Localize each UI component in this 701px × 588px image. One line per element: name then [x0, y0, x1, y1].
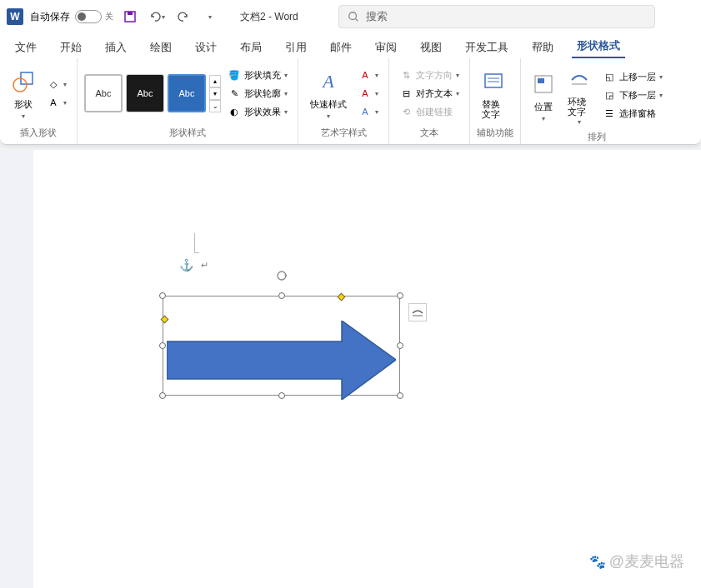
redo-button[interactable]: [173, 7, 193, 27]
title-bar: W 自动保存 关 ▾ ▾ 文档2 - Word 搜索: [0, 0, 701, 33]
outline-icon: ✎: [228, 87, 241, 100]
link-icon: ⟲: [399, 105, 413, 118]
group-arrange: 位置 ▾ 环绕文字 ▾ ◱上移一层▾ ◲下移一层▾ ☰选择窗格 排列: [521, 58, 673, 144]
tab-shape-format[interactable]: 形状格式: [572, 35, 625, 58]
text-outline-icon: A: [358, 87, 372, 100]
tab-view[interactable]: 视图: [415, 37, 447, 58]
align-text-icon: ⊟: [399, 87, 413, 100]
gallery-down[interactable]: ▾: [209, 87, 221, 100]
group-label: 形状样式: [84, 125, 291, 141]
wrap-text-button[interactable]: 环绕文字 ▾: [563, 62, 596, 129]
tab-help[interactable]: 帮助: [527, 37, 558, 58]
undo-button[interactable]: ▾: [147, 7, 167, 27]
resize-handle-w[interactable]: [159, 342, 166, 349]
paw-icon: 🐾: [589, 554, 606, 570]
selection-pane-button[interactable]: ☰选择窗格: [599, 106, 666, 122]
word-app-icon: W: [7, 8, 23, 25]
tab-home[interactable]: 开始: [55, 37, 87, 58]
shapes-icon: [12, 67, 35, 97]
forward-icon: ◱: [603, 71, 616, 84]
layout-options-button[interactable]: [408, 303, 427, 321]
align-text-button[interactable]: ⊟对齐文本▾: [396, 85, 463, 102]
group-shape-styles: Abc Abc Abc ▴ ▾ ⌄ 🪣形状填充▾ ✎形状轮廓▾ ◐形状效果▾ 形…: [78, 58, 298, 144]
position-icon: [533, 69, 554, 99]
create-link-button: ⟲创建链接: [396, 103, 463, 120]
resize-handle-n[interactable]: [278, 292, 285, 299]
alt-text-icon: [483, 67, 504, 97]
document-title: 文档2 - Word: [240, 10, 298, 24]
svg-rect-10: [538, 78, 544, 83]
shape-selection[interactable]: [163, 296, 400, 396]
pane-icon: ☰: [603, 107, 616, 121]
resize-handle-e[interactable]: [397, 342, 403, 349]
bring-forward-button[interactable]: ◱上移一层▾: [599, 69, 666, 86]
svg-point-5: [13, 78, 27, 92]
chevron-down-icon: ▾: [162, 13, 165, 21]
resize-handle-nw[interactable]: [159, 292, 166, 299]
position-label: 位置: [534, 101, 553, 113]
gallery-more[interactable]: ⌄: [209, 100, 221, 112]
qat-customize[interactable]: ▾: [200, 7, 220, 27]
position-button[interactable]: 位置 ▾: [528, 66, 559, 126]
tab-review[interactable]: 审阅: [370, 37, 402, 58]
shape-fill-button[interactable]: 🪣形状填充▾: [224, 67, 291, 83]
group-accessibility: 替换文字 辅助功能: [470, 58, 521, 144]
search-input[interactable]: 搜索: [338, 5, 655, 28]
shape-effects-button[interactable]: ◐形状效果▾: [224, 103, 291, 120]
tab-developer[interactable]: 开发工具: [460, 37, 513, 58]
group-label: 插入形状: [7, 125, 70, 141]
shapes-button[interactable]: 形状 ▾: [7, 63, 40, 123]
layout-options-icon: [411, 306, 424, 318]
textbox-icon: A: [47, 96, 60, 109]
ribbon: 形状 ▾ ◇▾ A▾ 插入形状 Abc Abc Abc ▴ ▾ ⌄: [0, 58, 701, 145]
wordart-icon: A: [323, 67, 333, 97]
svg-rect-6: [485, 74, 502, 87]
text-direction-button[interactable]: ⇅文字方向▾: [396, 67, 463, 83]
text-effects-button[interactable]: A▾: [355, 103, 382, 120]
shape-outline-button[interactable]: ✎形状轮廓▾: [224, 85, 291, 102]
style-preset-1[interactable]: Abc: [84, 74, 123, 112]
tab-file[interactable]: 文件: [10, 37, 42, 58]
text-outline-button[interactable]: A▾: [355, 85, 382, 102]
text-direction-icon: ⇅: [399, 68, 413, 82]
tab-design[interactable]: 设计: [190, 37, 222, 58]
tab-references[interactable]: 引用: [280, 37, 312, 58]
quick-styles-label: 快速样式: [310, 98, 347, 111]
alt-text-button[interactable]: 替换文字: [477, 64, 510, 122]
text-effects-icon: A: [358, 105, 372, 118]
tab-insert[interactable]: 插入: [100, 37, 132, 58]
textbox-button[interactable]: A▾: [43, 94, 70, 111]
autosave-toggle[interactable]: 自动保存 关: [30, 10, 113, 24]
wrap-label: 环绕文字: [568, 97, 591, 117]
autosave-state: 关: [105, 11, 113, 22]
style-preset-3[interactable]: Abc: [168, 74, 206, 112]
document-canvas[interactable]: ⚓ ↵: [33, 150, 701, 588]
gallery-up[interactable]: ▴: [209, 75, 221, 87]
text-fill-button[interactable]: A▾: [355, 67, 382, 83]
quick-styles-button[interactable]: A 快速样式 ▾: [305, 63, 352, 123]
resize-handle-s[interactable]: [278, 392, 285, 399]
tab-draw[interactable]: 绘图: [145, 37, 177, 58]
search-placeholder: 搜索: [366, 9, 388, 24]
svg-rect-1: [128, 12, 133, 15]
style-preset-2[interactable]: Abc: [126, 74, 164, 112]
toggle-switch[interactable]: [75, 10, 102, 23]
tab-mailings[interactable]: 邮件: [325, 37, 357, 58]
group-label: 文本: [396, 125, 463, 141]
arrow-shape[interactable]: [167, 321, 396, 400]
ribbon-tabs: 文件 开始 插入 绘图 设计 布局 引用 邮件 审阅 视图 开发工具 帮助 形状…: [0, 33, 701, 58]
watermark-text: @麦麦电器: [609, 551, 684, 571]
tab-layout[interactable]: 布局: [235, 37, 267, 58]
chevron-down-icon: ▾: [542, 115, 545, 122]
rotate-handle[interactable]: [275, 269, 288, 286]
gallery-nav: ▴ ▾ ⌄: [209, 75, 221, 112]
save-button[interactable]: [120, 7, 140, 27]
resize-handle-ne[interactable]: [397, 292, 403, 299]
resize-handle-sw[interactable]: [159, 392, 166, 399]
wrap-icon: [568, 65, 590, 95]
resize-handle-se[interactable]: [397, 392, 403, 399]
chevron-down-icon: ▾: [22, 112, 25, 120]
send-backward-button[interactable]: ◲下移一层▾: [599, 87, 666, 104]
group-wordart-styles: A 快速样式 ▾ A▾ A▾ A▾ 艺术字样式: [298, 58, 389, 144]
edit-shape-button[interactable]: ◇▾: [43, 76, 70, 92]
